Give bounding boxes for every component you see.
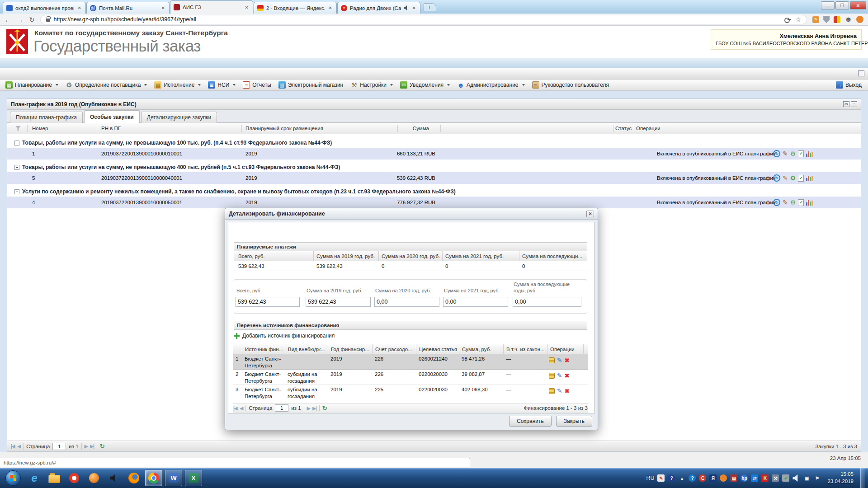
history-icon[interactable]: ↻ xyxy=(773,174,780,182)
menu-item-exit[interactable]: Выход xyxy=(836,81,866,89)
language-indicator[interactable]: RU xyxy=(646,475,654,481)
column-header[interactable]: Целевая статья xyxy=(416,344,459,354)
amount-input[interactable] xyxy=(374,297,439,307)
amount-input[interactable] xyxy=(236,297,300,307)
column-header[interactable]: РН в ПГ xyxy=(101,123,121,134)
detail-finance-icon[interactable]: ⚙ xyxy=(790,199,796,206)
tab-audio-icon[interactable] xyxy=(404,5,409,10)
filter-icon[interactable] xyxy=(15,126,21,131)
page-first-icon[interactable]: |◀ xyxy=(233,406,237,411)
menu-item-1[interactable]: Планирование xyxy=(2,80,62,90)
edit-icon[interactable]: ✎ xyxy=(557,372,562,379)
menu-item-9[interactable]: Администрирование xyxy=(453,80,528,90)
payments-icon[interactable] xyxy=(549,373,555,379)
column-header[interactable]: Сумма, руб. xyxy=(459,344,504,354)
close-button[interactable]: Закрыть xyxy=(556,416,592,427)
payments-table-row[interactable]: 539 622,43539 622,43000 xyxy=(234,261,587,271)
reload-icon[interactable]: ↻ xyxy=(29,16,35,23)
column-header[interactable]: Номер xyxy=(32,123,48,134)
page-number-input[interactable] xyxy=(275,404,288,412)
column-header[interactable]: Год финансир... xyxy=(328,344,373,354)
password-key-icon[interactable] xyxy=(784,18,791,21)
purchase-row[interactable]: 520190372200139000100000400012019539 622… xyxy=(7,172,861,184)
book-tray-icon[interactable]: ▤ xyxy=(730,474,737,482)
teamviewer-tray-icon[interactable]: ⇄ xyxy=(751,474,758,482)
menu-item-2[interactable]: Определение поставщика xyxy=(62,80,151,90)
menu-item-10[interactable]: Руководство пользователя xyxy=(528,80,613,90)
tab-special-purchases[interactable]: Особые закупки xyxy=(84,110,140,123)
network-flag-tray-icon[interactable]: ⚑ xyxy=(813,474,821,482)
page-prev-icon[interactable]: ◀ xyxy=(18,444,21,449)
notes-tray-icon[interactable]: ✎ xyxy=(657,474,665,482)
taskbar-word-button[interactable]: W xyxy=(165,470,182,486)
column-header[interactable]: Всего, руб. xyxy=(236,251,314,261)
collapse-icon[interactable] xyxy=(14,165,19,170)
taskbar-firefox-button[interactable] xyxy=(125,470,142,486)
show-desktop-button[interactable] xyxy=(860,468,865,488)
add-funding-source-button[interactable]: Добавить источник финансирования xyxy=(234,333,335,339)
payments-icon[interactable] xyxy=(549,388,555,394)
tab-close-icon[interactable]: ✕ xyxy=(244,5,250,10)
sign-icon[interactable]: ✔ xyxy=(798,175,804,182)
volume-tray-icon[interactable] xyxy=(793,474,800,482)
funding-source-row[interactable]: 2Бюджет Санкт-Петербургасубсидии на госз… xyxy=(233,370,588,385)
url-field[interactable]: https://new.gz-spb.ru/#po/schedule/year/… xyxy=(40,15,807,24)
taskbar-volume-app-button[interactable] xyxy=(105,470,123,486)
menu-item-7[interactable]: Настройки xyxy=(347,80,396,90)
collapse-icon[interactable] xyxy=(14,189,19,194)
extension-pencil-icon[interactable]: ✎ xyxy=(812,16,819,23)
padlock-icon[interactable] xyxy=(46,19,50,22)
page-next-icon[interactable]: ▶ xyxy=(307,406,310,411)
payments-icon[interactable] xyxy=(549,357,555,363)
panel-maximize-icon[interactable]: □ xyxy=(851,101,857,107)
browser-tab[interactable]: АИС ГЗ✕ xyxy=(170,0,253,14)
edit-icon[interactable]: ✎ xyxy=(783,175,788,181)
delete-icon[interactable]: ✖ xyxy=(565,357,570,363)
delete-icon[interactable]: ✖ xyxy=(565,388,570,394)
edit-icon[interactable]: ✎ xyxy=(557,357,562,363)
antivirus-tray-icon[interactable]: K xyxy=(761,474,769,482)
detail-finance-icon[interactable]: ⚙ xyxy=(790,150,796,157)
save-button[interactable]: Сохранить xyxy=(509,416,552,427)
group-row[interactable]: Товары, работы или услуги на сумму, не п… xyxy=(7,138,861,148)
window-restore-icon[interactable]: ❐ xyxy=(835,1,849,9)
page-first-icon[interactable]: |◀ xyxy=(11,444,15,449)
column-header[interactable]: Вид внебюдж... xyxy=(285,344,328,354)
browser-tab[interactable]: 2 - Входящие — Яндекс.Почта✕ xyxy=(254,2,337,14)
sign-icon[interactable]: ✔ xyxy=(798,199,804,206)
profile-icon[interactable]: ☻ xyxy=(844,16,852,23)
funding-source-row[interactable]: 3Бюджет Санкт-Петербургасубсидии на госз… xyxy=(233,385,588,401)
hp-tray-icon[interactable]: hp xyxy=(741,474,748,482)
page-number-input[interactable] xyxy=(52,443,66,450)
browser-tab[interactable]: •Радио для Двоих (Санкт-Пе✕ xyxy=(337,2,420,14)
tab-detail-purchases[interactable]: Детализирующие закупки xyxy=(141,112,217,123)
start-button[interactable] xyxy=(5,470,21,486)
taskbar-excel-button[interactable]: X xyxy=(185,470,202,486)
window-minimize-icon[interactable]: — xyxy=(821,1,835,9)
menu-item-3[interactable]: Исполнение xyxy=(151,80,204,90)
ccleaner-tray-icon[interactable]: C xyxy=(699,474,706,482)
purchase-row[interactable]: 420190372200139000100000500012019776 927… xyxy=(7,197,861,208)
delete-icon[interactable]: ✖ xyxy=(565,373,570,379)
stats-icon[interactable] xyxy=(806,175,813,181)
tab-close-icon[interactable]: ✕ xyxy=(160,5,166,10)
stats-icon[interactable] xyxy=(806,150,813,157)
column-header[interactable]: Сумма на 2020 год, руб. xyxy=(379,251,443,261)
browser-menu-icon[interactable] xyxy=(856,16,863,23)
menu-item-6[interactable]: Электронный магазин xyxy=(275,80,347,90)
dialog-close-icon[interactable]: ✕ xyxy=(586,211,594,217)
history-icon[interactable]: ↻ xyxy=(773,199,780,206)
browser-tab[interactable]: @Почта Mail.Ru✕ xyxy=(86,2,170,14)
tab-close-icon[interactable]: ✕ xyxy=(411,5,417,10)
bookmark-star-icon[interactable]: ☆ xyxy=(796,16,802,23)
tools-tray-icon[interactable]: ⚒ xyxy=(772,474,779,482)
column-header[interactable]: Планируемый срок размещения xyxy=(245,123,323,134)
page-last-icon[interactable]: ▶| xyxy=(90,444,94,449)
agent-tray-icon[interactable] xyxy=(720,474,727,482)
amount-input[interactable] xyxy=(443,297,508,307)
refresh-icon[interactable]: ↻ xyxy=(100,443,105,450)
window-close-icon[interactable]: ✕ xyxy=(850,1,866,9)
column-header[interactable]: Сумма xyxy=(398,123,429,134)
column-header[interactable]: Счет расходо... xyxy=(373,344,416,354)
column-header[interactable]: Операции xyxy=(547,344,584,354)
